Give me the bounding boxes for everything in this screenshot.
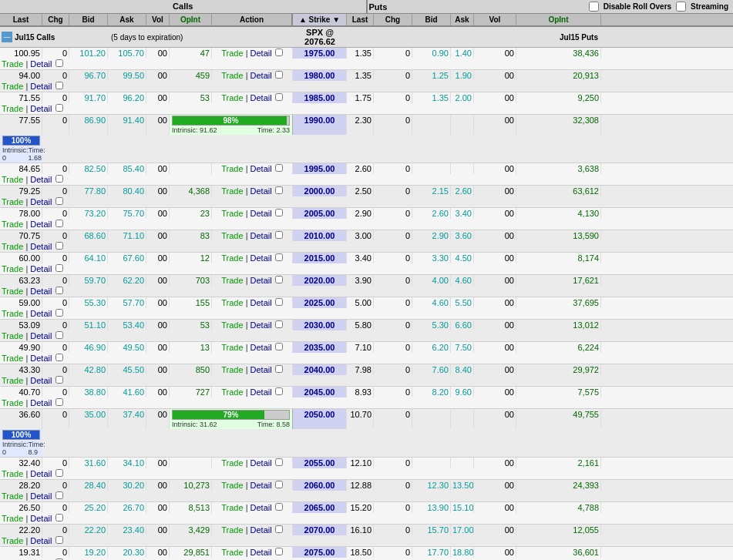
detail-link[interactable]: Detail xyxy=(30,242,52,251)
detail-link[interactable]: Detail xyxy=(30,309,52,318)
detail-link[interactable]: Detail xyxy=(250,186,272,196)
trade-link[interactable]: Trade xyxy=(221,93,243,102)
trade-link[interactable]: Trade xyxy=(2,309,23,318)
col-opint-calls[interactable]: OpInt xyxy=(170,14,212,25)
col-last-puts[interactable]: Last xyxy=(347,14,374,25)
detail-link[interactable]: Detail xyxy=(30,376,52,385)
detail-link[interactable]: Detail xyxy=(250,365,272,374)
detail-link[interactable]: Detail xyxy=(250,503,272,512)
action-checkbox[interactable] xyxy=(55,514,63,521)
detail-link[interactable]: Detail xyxy=(30,354,52,363)
trade-link[interactable]: Trade xyxy=(221,481,243,490)
col-opint-puts[interactable]: OpInt xyxy=(516,14,601,25)
detail-link[interactable]: Detail xyxy=(30,175,52,184)
action-checkbox[interactable] xyxy=(275,49,283,56)
col-ask-calls[interactable]: Ask xyxy=(108,14,146,25)
trade-link[interactable]: Trade xyxy=(221,525,243,535)
col-action-calls[interactable]: Action xyxy=(212,14,293,25)
action-checkbox[interactable] xyxy=(55,309,63,317)
col-chg-calls[interactable]: Chg xyxy=(42,14,69,25)
streaming-checkbox[interactable] xyxy=(676,2,686,12)
action-checkbox[interactable] xyxy=(275,209,283,216)
trade-link[interactable]: Trade xyxy=(221,503,243,512)
trade-link[interactable]: Trade xyxy=(2,220,23,229)
action-checkbox[interactable] xyxy=(55,197,63,205)
detail-link[interactable]: Detail xyxy=(250,164,272,173)
trade-link[interactable]: Trade xyxy=(221,71,243,80)
detail-link[interactable]: Detail xyxy=(250,548,272,557)
action-checkbox[interactable] xyxy=(55,376,63,384)
trade-link[interactable]: Trade xyxy=(221,298,243,307)
action-checkbox[interactable] xyxy=(275,343,283,350)
action-checkbox[interactable] xyxy=(55,398,63,406)
action-checkbox[interactable] xyxy=(275,253,283,261)
trade-link[interactable]: Trade xyxy=(221,253,243,263)
trade-link[interactable]: Trade xyxy=(2,514,23,523)
action-checkbox[interactable] xyxy=(55,264,63,272)
detail-link[interactable]: Detail xyxy=(30,536,52,545)
trade-link[interactable]: Trade xyxy=(2,82,23,91)
detail-link[interactable]: Detail xyxy=(250,298,272,307)
trade-link[interactable]: Trade xyxy=(2,331,23,340)
trade-link[interactable]: Trade xyxy=(221,49,243,58)
action-checkbox[interactable] xyxy=(275,320,283,328)
col-bid-puts[interactable]: Bid xyxy=(412,14,451,25)
action-checkbox[interactable] xyxy=(275,387,283,395)
action-checkbox[interactable] xyxy=(275,298,283,306)
action-checkbox[interactable] xyxy=(275,93,283,101)
detail-link[interactable]: Detail xyxy=(30,264,52,273)
detail-link[interactable]: Detail xyxy=(30,104,52,113)
collapse-button[interactable]: — xyxy=(2,32,12,42)
action-checkbox[interactable] xyxy=(275,481,283,488)
trade-link[interactable]: Trade xyxy=(2,536,23,545)
action-checkbox[interactable] xyxy=(275,458,283,466)
col-chg-puts[interactable]: Chg xyxy=(374,14,412,25)
trade-link[interactable]: Trade xyxy=(2,59,23,69)
detail-link[interactable]: Detail xyxy=(250,209,272,218)
detail-link[interactable]: Detail xyxy=(30,82,52,91)
detail-link[interactable]: Detail xyxy=(30,287,52,296)
disable-rollover-checkbox[interactable] xyxy=(589,2,599,12)
trade-link[interactable]: Trade xyxy=(2,469,23,478)
detail-link[interactable]: Detail xyxy=(250,320,272,330)
detail-link[interactable]: Detail xyxy=(30,398,52,407)
detail-link[interactable]: Detail xyxy=(30,220,52,229)
action-checkbox[interactable] xyxy=(55,354,63,361)
detail-link[interactable]: Detail xyxy=(30,514,52,523)
action-checkbox[interactable] xyxy=(55,242,63,250)
action-checkbox[interactable] xyxy=(55,491,63,499)
trade-link[interactable]: Trade xyxy=(2,264,23,273)
trade-link[interactable]: Trade xyxy=(221,343,243,352)
action-checkbox[interactable] xyxy=(275,186,283,194)
col-vol-calls[interactable]: Vol xyxy=(146,14,170,25)
detail-link[interactable]: Detail xyxy=(250,387,272,397)
trade-link[interactable]: Trade xyxy=(221,365,243,374)
trade-link[interactable]: Trade xyxy=(2,398,23,407)
detail-link[interactable]: Detail xyxy=(250,49,272,58)
trade-link[interactable]: Trade xyxy=(221,231,243,240)
detail-link[interactable]: Detail xyxy=(30,491,52,501)
detail-link[interactable]: Detail xyxy=(250,458,272,468)
trade-link[interactable]: Trade xyxy=(221,186,243,196)
col-ask-puts[interactable]: Ask xyxy=(451,14,474,25)
action-checkbox[interactable] xyxy=(275,276,283,283)
detail-link[interactable]: Detail xyxy=(250,276,272,285)
detail-link[interactable]: Detail xyxy=(30,59,52,69)
action-checkbox[interactable] xyxy=(275,71,283,79)
action-checkbox[interactable] xyxy=(55,331,63,339)
trade-link[interactable]: Trade xyxy=(2,242,23,251)
detail-link[interactable]: Detail xyxy=(30,197,52,206)
action-checkbox[interactable] xyxy=(275,231,283,239)
trade-link[interactable]: Trade xyxy=(2,104,23,113)
action-checkbox[interactable] xyxy=(55,220,63,227)
trade-link[interactable]: Trade xyxy=(2,175,23,184)
action-checkbox[interactable] xyxy=(275,365,283,373)
action-checkbox[interactable] xyxy=(275,525,283,533)
detail-link[interactable]: Detail xyxy=(250,71,272,80)
trade-link[interactable]: Trade xyxy=(2,287,23,296)
trade-link[interactable]: Trade xyxy=(221,387,243,397)
action-checkbox[interactable] xyxy=(275,164,283,172)
action-checkbox[interactable] xyxy=(275,503,283,511)
trade-link[interactable]: Trade xyxy=(2,376,23,385)
action-checkbox[interactable] xyxy=(55,104,63,112)
